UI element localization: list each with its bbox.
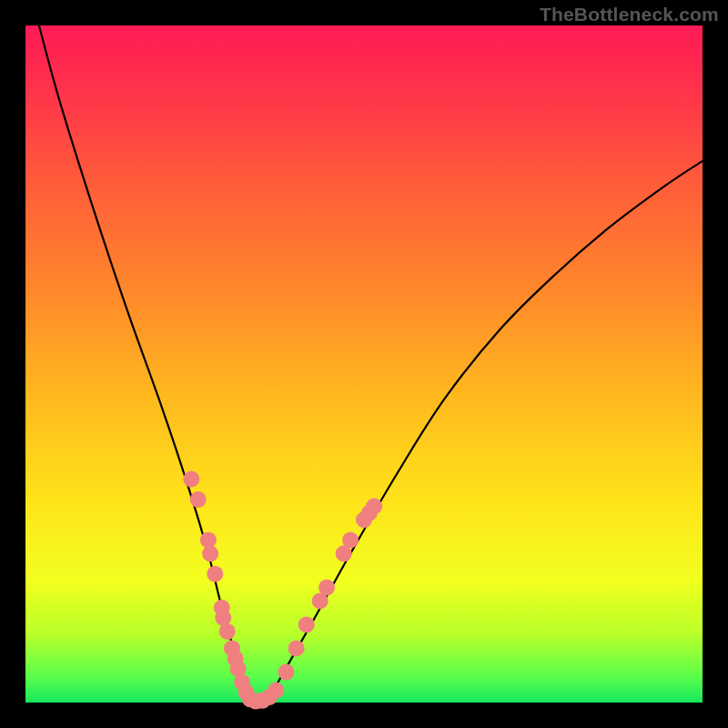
- watermark-text: TheBottleneck.com: [540, 4, 719, 25]
- marker-dot: [278, 664, 294, 681]
- marker-dot: [318, 580, 335, 596]
- marker-dot: [202, 545, 218, 561]
- marker-dot: [190, 491, 207, 508]
- chart-frame: TheBottleneck.com: [0, 0, 728, 728]
- markers-group: [183, 470, 382, 709]
- marker-dot: [219, 623, 236, 640]
- marker-dot: [207, 566, 223, 582]
- marker-dot: [342, 531, 359, 548]
- marker-dot: [268, 682, 284, 699]
- marker-dot: [183, 470, 199, 487]
- marker-dot: [288, 640, 305, 656]
- plot-area: [25, 25, 703, 703]
- marker-dot: [366, 498, 382, 514]
- chart-svg: [25, 25, 703, 703]
- marker-dot: [298, 616, 315, 632]
- curve-path: [39, 25, 703, 703]
